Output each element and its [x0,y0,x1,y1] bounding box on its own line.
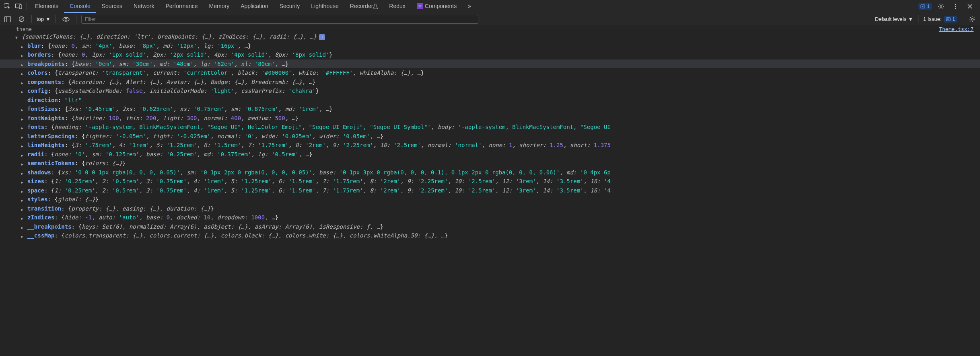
tab-memory[interactable]: Memory [204,0,235,13]
close-icon[interactable] [965,1,975,12]
token-g: , lg: [194,61,214,67]
clear-console-icon[interactable] [16,14,27,25]
object-property-row[interactable]: sizes: {1: '0.25rem', 2: '0.5rem', 3: '0… [0,177,980,186]
object-property-row[interactable]: fonts: {heading: '-apple-system, BlinkMa… [0,123,980,132]
token-s: "ltr" [65,97,82,103]
object-property-row[interactable]: config: {useSystemColorMode: false, init… [0,86,980,96]
levels-label: Default levels [875,16,906,22]
object-summary-row[interactable]: {semanticTokens: {…}, direction: 'ltr', … [0,32,980,41]
token-s: '#FFFFFF' [322,70,353,76]
inspect-icon[interactable] [2,1,13,12]
caret-right-icon[interactable] [21,206,23,214]
caret-right-icon[interactable] [21,133,23,142]
token-g: , 10: [448,187,468,194]
caret-down-icon[interactable] [15,34,18,42]
object-property-row[interactable]: colors: {transparent: 'transparent', cur… [0,68,980,78]
settings-icon[interactable] [936,1,946,12]
caret-right-icon[interactable] [21,70,23,78]
caret-right-icon[interactable] [21,224,23,232]
tab-redux[interactable]: Redux [383,0,411,13]
object-property-row[interactable]: direction: "ltr" [0,96,980,105]
token-g: property: [72,205,105,212]
tab-recorder[interactable]: Recorder [344,0,384,13]
tab-elements[interactable]: Elements [29,0,64,13]
tab-performance[interactable]: Performance [160,0,203,13]
caret-right-icon[interactable] [21,61,23,70]
object-property-row[interactable]: letterSpacings: {tighter: '-0.05em', tig… [0,132,980,141]
console-message-badge[interactable]: 1 [918,3,932,10]
object-property-row[interactable]: borders: {none: 0, 1px: '1px solid', 2px… [0,50,980,59]
token-g: , … [238,43,248,49]
object-property-row[interactable]: styles: {global: {…}} [0,195,980,204]
token-s: '.75rem' [85,142,112,148]
token-p: } [210,205,214,212]
caret-right-icon[interactable] [21,79,23,88]
tab-network[interactable]: Network [128,0,160,13]
token-n: 1.375 [594,142,611,148]
object-property-row[interactable]: __cssMap: {colors.transparent: {…}, colo… [0,231,980,240]
tab-label: Lighthouse [311,3,339,9]
caret-right-icon[interactable] [21,178,23,187]
caret-right-icon[interactable] [21,124,23,133]
console-log-header: theme Theme.tsx:7 [0,26,980,32]
caret-right-icon[interactable] [21,43,23,51]
token-g: , base: [139,151,166,158]
token-s: '0' [244,133,254,139]
caret-right-icon[interactable] [21,170,23,178]
object-property-row[interactable]: __breakpoints: {keys: Set(6), normalized… [0,222,980,231]
token-p: { [48,43,51,49]
info-icon[interactable]: i [319,34,325,40]
object-property-row[interactable]: space: {1: '0.25rem', 2: '0.5rem', 3: '0… [0,186,980,195]
object-property-row[interactable]: components: {Accordion: {…}, Alert: {…},… [0,78,980,87]
object-property-row[interactable]: fontWeights: {hairline: 100, thin: 200, … [0,114,980,123]
tab-sources[interactable]: Sources [96,0,128,13]
tab-components[interactable]: ⚛Components [411,0,462,13]
caret-right-icon[interactable] [21,115,23,124]
caret-right-icon[interactable] [21,142,23,151]
token-g: , shorter: [512,142,550,148]
filter-input[interactable] [81,15,478,24]
caret-right-icon[interactable] [21,233,23,240]
token-s: '-0.05em' [115,133,146,139]
caret-right-icon[interactable] [21,160,23,169]
object-property-row[interactable]: transition: {property: {…}, easing: {…},… [0,204,980,213]
token-p: { [78,223,81,230]
tab-console[interactable]: Console [64,0,96,13]
tab-application[interactable]: Application [235,0,274,13]
caret-right-icon[interactable] [21,151,23,160]
object-property-row[interactable]: shadows: {xs: '0 0 0 1px rgba(0, 0, 0, 0… [0,168,980,177]
tab-label: Console [70,3,90,9]
object-property-row[interactable]: lineHeights: {3: '.75rem', 4: '1rem', 5:… [0,141,980,150]
source-link[interactable]: Theme.tsx:7 [939,26,980,32]
tab-security[interactable]: Security [274,0,306,13]
caret-right-icon[interactable] [21,88,23,96]
punctuation: : [61,79,68,85]
object-property-row[interactable]: breakpoints: {base: '0em', sm: '30em', m… [0,59,980,69]
object-property-row[interactable]: blur: {none: 0, sm: '4px', base: '8px', … [0,41,980,51]
token-s: '1.5rem' [288,187,315,194]
property-key: semanticTokens [27,160,75,166]
log-levels-selector[interactable]: Default levels ▼ [875,16,913,22]
tab-lighthouse[interactable]: Lighthouse [305,0,344,13]
caret-right-icon[interactable] [21,106,23,115]
caret-right-icon[interactable] [21,215,23,223]
execution-context-selector[interactable]: top ▼ [37,16,51,22]
caret-right-icon[interactable] [21,196,23,205]
punctuation: : [44,151,51,158]
issues-indicator[interactable]: 1 Issue: 1 [923,16,957,23]
live-expression-icon[interactable] [61,14,71,25]
token-p: { [54,196,58,203]
object-property-row[interactable]: fontSizes: {3xs: '0.45rem', 2xs: '0.625r… [0,104,980,114]
token-s: '2px solid' [170,51,207,58]
device-toggle-icon[interactable] [14,1,24,12]
caret-right-icon[interactable] [21,188,23,196]
toggle-sidebar-icon[interactable] [2,14,13,25]
svg-point-9 [955,8,956,9]
kebab-menu-icon[interactable] [950,1,961,12]
caret-right-icon[interactable] [21,52,23,60]
object-property-row[interactable]: semanticTokens: {colors: {…}} [0,159,980,168]
object-property-row[interactable]: zIndices: {hide: -1, auto: 'auto', base:… [0,213,980,222]
more-tabs-icon[interactable]: » [462,0,477,13]
console-settings-icon[interactable] [967,14,978,25]
object-property-row[interactable]: radii: {none: '0', sm: '0.125rem', base:… [0,150,980,159]
